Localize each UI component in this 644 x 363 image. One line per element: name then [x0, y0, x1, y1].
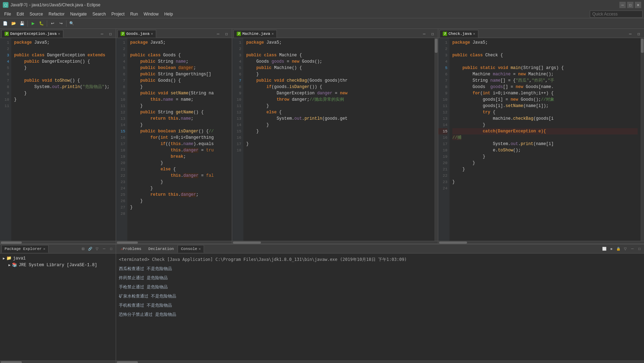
scrollbar-thumb-goods[interactable]	[117, 242, 138, 244]
collapse-all-button[interactable]: ⊟	[80, 246, 86, 252]
quick-access-input[interactable]	[590, 11, 643, 18]
tab-close-goods[interactable]: ✕	[151, 32, 153, 36]
scrollbar-h-console[interactable]	[116, 361, 644, 363]
close-button[interactable]: ✕	[635, 2, 641, 8]
tab-close-danger[interactable]: ✕	[58, 32, 60, 36]
scrollbar-v-check[interactable]	[640, 38, 644, 241]
menu-window[interactable]: Window	[141, 10, 161, 18]
tab-close-check[interactable]: ✕	[473, 32, 475, 36]
maximize-package-button[interactable]: □	[108, 246, 114, 252]
tab-goods[interactable]: J Goods.java ✕	[117, 30, 156, 38]
scrollbar-thumb-v-machine[interactable]	[435, 39, 438, 53]
tab-close-machine[interactable]: ✕	[272, 32, 274, 36]
terminate-button[interactable]: ■	[608, 246, 614, 252]
minimize-button[interactable]: ─	[619, 2, 626, 8]
console-output-line-5: 手机检查通过 不是危险物品	[117, 301, 643, 310]
maximize-editor-goods[interactable]: □	[223, 30, 230, 38]
menu-refactor[interactable]: Refactor	[46, 10, 67, 18]
search-toolbar-button[interactable]: 🔍	[68, 20, 76, 27]
console-terminated-line: <terminated> Check [Java Application] C:…	[117, 255, 643, 264]
tab-machine[interactable]: J Machine.java ✕	[234, 30, 277, 38]
undo-button[interactable]: ↩	[49, 20, 56, 27]
minimize-editor-danger[interactable]: ─	[98, 30, 106, 38]
console-view-options[interactable]: ▽	[622, 246, 629, 252]
scrollbar-h-check[interactable]	[438, 241, 644, 244]
tab-check[interactable]: J Check.java ✕	[440, 30, 478, 38]
run-button[interactable]: ▶	[29, 20, 37, 27]
code-goods[interactable]: package Java5; public class Goods { publ…	[127, 38, 232, 241]
java-file-icon-machine: J	[237, 32, 241, 36]
expand-arrow-jre[interactable]: ▶	[8, 263, 11, 267]
minimize-editor-goods[interactable]: ─	[214, 30, 222, 38]
editor-machine[interactable]: 1 2 3 4 5 6 7 8 9 10 11 12 13 14	[232, 38, 438, 241]
menu-search[interactable]: Search	[90, 10, 109, 18]
tab-declaration[interactable]: Declaration	[145, 245, 177, 253]
minimize-package-button[interactable]: ─	[101, 246, 107, 252]
tab-close-console[interactable]: ✕	[199, 247, 201, 251]
save-button[interactable]: 💾	[18, 20, 26, 27]
minimize-console-button[interactable]: ─	[629, 246, 636, 252]
console-scroll-lock[interactable]: 🔒	[615, 246, 621, 252]
tab-label-machine: Machine.java	[242, 32, 270, 36]
java-file-icon: J	[5, 32, 9, 36]
code-danger-exception[interactable]: package Java5; public class DangerExcept…	[11, 38, 116, 241]
code-machine[interactable]: package Java5; public class Machine { Go…	[243, 38, 434, 241]
editor-check[interactable]: 1 2 3 4 5 6 7 8 9 10 11 12 13 14	[438, 38, 644, 241]
menu-edit[interactable]: Edit	[14, 10, 27, 18]
console-output-line-6: 恐怖分子禁止通过 是危险物品	[117, 310, 643, 319]
editor-goods[interactable]: 1 2 3 4 5 6 7 8 9 10 11 12 13 14 15 16 1…	[116, 38, 232, 241]
java-file-icon-goods: J	[121, 32, 125, 36]
tab-danger-exception[interactable]: J DangerException.java ✕	[1, 30, 63, 38]
menu-run[interactable]: Run	[127, 10, 141, 18]
window-title: Java学习 - java1/src/Java5/Check.java - Ec…	[11, 2, 100, 8]
expand-arrow-java1[interactable]: ▶	[3, 256, 5, 261]
maximize-editor-machine[interactable]: □	[429, 30, 436, 38]
tree-item-java1[interactable]: ▶ 📁 java1	[1, 255, 114, 262]
menu-source[interactable]: Source	[27, 10, 46, 18]
new-button[interactable]: 📄	[1, 20, 9, 27]
scrollbar-thumb-machine[interactable]	[233, 242, 261, 244]
package-explorer-panel: Package Explorer ✕ ⊟ 🔗 ▽ ─ □ ▶ 📁 java1 ▶…	[0, 244, 116, 363]
tab-package-explorer[interactable]: Package Explorer ✕	[1, 245, 49, 253]
tab-problems[interactable]: ⚠ Problems	[117, 245, 145, 253]
tree-item-jre[interactable]: ▶ 📚 JRE System Library [JavaSE-1.8]	[1, 262, 114, 268]
debug-button[interactable]: 🐛	[38, 20, 45, 27]
scrollbar-h-machine[interactable]	[232, 241, 438, 244]
line-numbers-machine: 1 2 3 4 5 6 7 8 9 10 11 12 13 14	[232, 38, 243, 241]
tab-close-package-explorer[interactable]: ✕	[43, 247, 45, 251]
scrollbar-thumb-console[interactable]	[117, 361, 138, 363]
scrollbar-h-pkg[interactable]	[0, 361, 116, 363]
scrollbar-v-machine[interactable]	[434, 38, 438, 241]
menu-file[interactable]: File	[1, 10, 14, 18]
scrollbar-h-goods[interactable]	[116, 241, 232, 244]
redo-button[interactable]: ↪	[57, 20, 65, 27]
open-button[interactable]: 📂	[10, 20, 18, 27]
maximize-console-button[interactable]: □	[636, 246, 643, 252]
maximize-button[interactable]: □	[627, 2, 633, 8]
project-icon: 📁	[6, 256, 12, 261]
scrollbar-h-danger[interactable]	[0, 241, 116, 244]
menu-project[interactable]: Project	[109, 10, 127, 18]
scrollbar-thumb-v-check[interactable]	[641, 39, 644, 53]
console-panel: ⚠ Problems Declaration Console ✕ ⬜ ■ 🔒 ▽…	[116, 244, 644, 363]
menu-help[interactable]: Help	[161, 10, 176, 18]
view-menu-button[interactable]: ▽	[94, 246, 100, 252]
tab-console[interactable]: Console ✕	[178, 245, 204, 253]
code-check[interactable]: package Java5; public class Check { publ…	[449, 38, 640, 241]
maximize-editor-danger[interactable]: □	[107, 30, 114, 38]
minimize-editor-check[interactable]: ─	[626, 30, 634, 38]
tab-label-goods: Goods.java	[126, 32, 149, 36]
editor-danger-exception[interactable]: 1 2 3 4 5 6 7 8 9 10 11 package Java5; p…	[0, 38, 116, 241]
scrollbar-thumb-pkg[interactable]	[1, 361, 22, 363]
scrollbar-thumb-check[interactable]	[439, 242, 467, 244]
tab-label-check: Check.java	[448, 32, 472, 36]
tab-label-declaration: Declaration	[148, 247, 174, 251]
menu-navigate[interactable]: Navigate	[67, 10, 89, 18]
link-editor-button[interactable]: 🔗	[87, 246, 93, 252]
console-output-line-3: 手枪禁止通过 是危险物品	[117, 282, 643, 292]
clear-console-button[interactable]: ⬜	[601, 246, 607, 252]
minimize-editor-machine[interactable]: ─	[420, 30, 428, 38]
maximize-editor-check[interactable]: □	[635, 30, 643, 38]
panel-right-container: J Machine.java ✕ ─ □ 1 2 3 4 5	[232, 29, 644, 244]
scrollbar-thumb-danger[interactable]	[1, 242, 22, 244]
